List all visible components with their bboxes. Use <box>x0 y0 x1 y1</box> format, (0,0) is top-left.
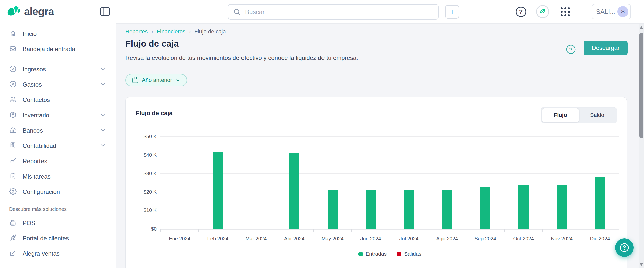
x-axis-label: Ene 2024 <box>160 236 199 242</box>
x-axis-label: Oct 2024 <box>504 236 543 242</box>
sidebar-item-bandeja-de-entrada[interactable]: Bandeja de entrada <box>0 41 116 57</box>
x-axis-tick <box>198 229 199 232</box>
bar-entradas-dic-2024[interactable] <box>595 177 605 229</box>
top-bar: alegra + ? <box>0 0 644 24</box>
svg-text:?: ? <box>623 244 626 251</box>
period-filter-button[interactable]: 1 Año anterior <box>125 74 187 86</box>
x-axis-label: Jun 2024 <box>352 236 390 242</box>
sidebar-item-contactos[interactable]: Contactos <box>0 92 116 108</box>
sidebar-item-contabilidad[interactable]: Contabilidad <box>0 138 116 153</box>
x-axis-tick <box>160 229 161 232</box>
help-icon[interactable]: ? <box>515 6 527 18</box>
breadcrumb-separator-icon: › <box>189 28 191 35</box>
scroll-up-arrow[interactable] <box>640 26 643 29</box>
inventory-icon <box>9 111 17 120</box>
y-axis-label: $50 K <box>129 134 157 139</box>
legend-item-salidas[interactable]: Salidas <box>397 251 421 257</box>
legend-label: Entradas <box>366 251 387 257</box>
scroll-down-arrow[interactable] <box>640 263 643 266</box>
sidebar-item-inicio[interactable]: Inicio <box>0 26 116 41</box>
sidebar-item-label: Portal de clientes <box>23 235 106 242</box>
chevron-down-icon <box>100 112 106 119</box>
sidebar-item-label: Configuración <box>23 188 106 195</box>
page-help-icon[interactable]: ? <box>566 44 576 56</box>
bar-entradas-abr-2024[interactable] <box>289 153 299 229</box>
sidebar-item-gastos[interactable]: Gastos <box>0 77 116 92</box>
alegra-logo-text: alegra <box>24 6 54 18</box>
chart-card: Flujo de caja FlujoSaldo $50 K$40 K$30 K… <box>125 97 627 268</box>
page-title: Flujo de caja <box>125 39 179 49</box>
legend-label: Salidas <box>404 251 421 257</box>
x-axis-tick <box>275 229 275 232</box>
bar-entradas-may-2024[interactable] <box>328 190 338 229</box>
breadcrumb-item[interactable]: Reportes <box>125 28 148 35</box>
gridline <box>160 210 619 210</box>
bar-entradas-ago-2024[interactable] <box>442 190 452 229</box>
x-axis-label: Feb 2024 <box>199 236 237 242</box>
scrollbar[interactable] <box>639 24 644 268</box>
apps-grid-icon[interactable] <box>560 7 571 18</box>
sidebar-item-label: Bandeja de entrada <box>23 46 106 53</box>
x-axis-label: Nov 2024 <box>543 236 581 242</box>
sidebar-item-label: Ingresos <box>23 66 94 73</box>
sidebar-item-configuracion[interactable]: Configuración <box>0 184 116 199</box>
search-input[interactable] <box>245 8 433 16</box>
sidebar-item-ingresos[interactable]: Ingresos <box>0 62 116 77</box>
user-menu[interactable]: SALI... S <box>592 4 631 19</box>
sidebar-item-mis-tareas[interactable]: Mis tareas <box>0 169 116 184</box>
gridline <box>160 155 619 155</box>
x-axis-tick <box>237 229 237 232</box>
sidebar-item-alegra-ventas[interactable]: Alegra ventas <box>0 246 116 261</box>
inbox-icon <box>9 45 17 53</box>
x-axis-tick <box>542 229 543 232</box>
sustainability-leaf-icon[interactable] <box>536 5 549 18</box>
sidebar-item-label: POS <box>23 220 106 227</box>
sidebar-item-reportes[interactable]: Reportes <box>0 153 116 169</box>
x-axis-tick <box>581 229 581 232</box>
y-axis-label: $30 K <box>129 171 157 176</box>
alegra-app: alegra + ? <box>0 0 644 268</box>
bar-entradas-sep-2024[interactable] <box>480 187 490 229</box>
x-axis-tick <box>619 229 619 232</box>
svg-text:?: ? <box>519 8 523 15</box>
breadcrumb-item[interactable]: Financieros <box>157 28 185 35</box>
sidebar-item-inventario[interactable]: Inventario <box>0 108 116 123</box>
expense-icon <box>9 80 17 89</box>
x-axis-label: May 2024 <box>313 236 352 242</box>
calendar-icon: 1 <box>132 77 139 84</box>
y-axis-label: $20 K <box>129 189 157 195</box>
income-icon <box>9 65 17 74</box>
bar-entradas-oct-2024[interactable] <box>518 185 529 229</box>
scroll-thumb[interactable] <box>639 33 643 138</box>
sidebar-item-label: Mis tareas <box>23 173 106 180</box>
x-axis-label: Dic 2024 <box>581 236 619 242</box>
breadcrumb-separator-icon: › <box>151 28 153 35</box>
svg-text:?: ? <box>569 46 572 53</box>
sidebar-item-label: Contactos <box>23 96 106 103</box>
settings-icon <box>9 188 17 196</box>
period-filter-label: Año anterior <box>142 77 172 83</box>
x-axis-label: Jul 2024 <box>390 236 428 242</box>
bar-entradas-feb-2024[interactable] <box>213 152 223 229</box>
download-button[interactable]: Descargar <box>584 41 628 55</box>
y-axis-label: $10 K <box>129 207 157 213</box>
x-axis-tick <box>351 229 352 232</box>
sidebar-item-portal-de-clientes[interactable]: Portal de clientes <box>0 231 116 246</box>
chevron-down-icon <box>100 66 106 73</box>
create-new-button[interactable]: + <box>445 5 459 19</box>
sidebar-item-bancos[interactable]: Bancos <box>0 123 116 138</box>
x-axis-tick <box>390 229 390 232</box>
x-axis-tick <box>428 229 428 232</box>
bar-entradas-jun-2024[interactable] <box>366 190 376 229</box>
floating-help-button[interactable]: ? <box>615 238 634 257</box>
alegra-logo[interactable]: alegra <box>7 6 54 18</box>
sidebar-divider <box>9 59 107 59</box>
sidebar-item-pos[interactable]: POS <box>0 215 116 231</box>
contacts-icon <box>9 96 17 104</box>
bar-entradas-jul-2024[interactable] <box>404 190 414 229</box>
user-name: SALI... <box>596 8 615 15</box>
sidebar-item-label: Reportes <box>23 158 106 165</box>
legend-item-entradas[interactable]: Entradas <box>358 251 387 257</box>
sidebar-collapse-icon[interactable] <box>100 7 111 17</box>
bar-entradas-nov-2024[interactable] <box>557 185 567 229</box>
